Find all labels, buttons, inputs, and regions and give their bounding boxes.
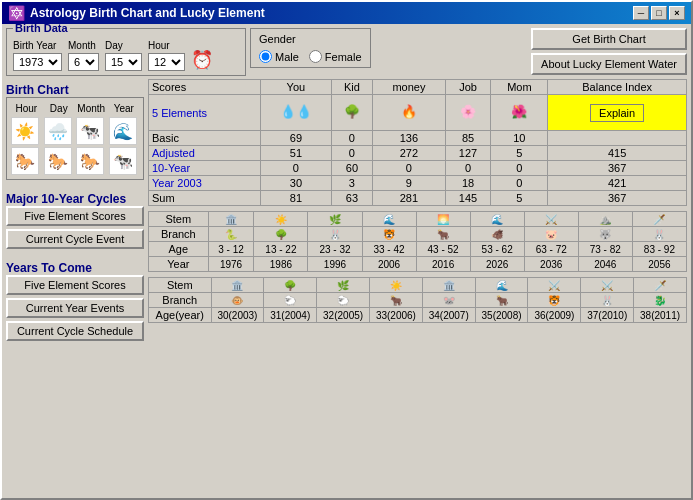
male-radio[interactable] [259,50,272,63]
bbranch-3: 🐑 [317,293,370,308]
sum-job: 145 [445,191,491,206]
basic-balance [548,131,687,146]
female-radio-label[interactable]: Female [309,50,362,63]
bbranch-5: 🐭 [422,293,475,308]
year-3: 1996 [308,257,362,272]
chart-top-row: ☀️ 🌧️ 🐄 🌊 [11,117,139,145]
year-label: Birth Year [13,40,62,51]
title-bar-left: 🔯 Astrology Birth Chart and Lucky Elemen… [8,5,265,21]
adj-you: 51 [261,146,332,161]
app-icon: 🔯 [8,5,25,21]
female-label: Female [325,51,362,63]
birth-data-group: Birth Data Birth Year 1973 Month 6 [6,28,246,76]
age-3: 23 - 32 [308,242,362,257]
title-buttons: ─ □ × [633,6,685,20]
sum-row: Sum 81 63 281 145 5 367 [149,191,687,206]
bstem-7: ⚔️ [528,278,581,293]
bstem-4: ☀️ [370,278,423,293]
male-radio-label[interactable]: Male [259,50,299,63]
hour-label: Hour [148,40,185,51]
age-5: 43 - 52 [416,242,470,257]
age-1: 3 - 12 [208,242,254,257]
icon-mom: 🌺 [491,95,548,131]
chart-header-row: Hour Day Month Year [11,102,139,115]
sum-kid: 63 [331,191,373,206]
close-button[interactable]: × [669,6,685,20]
age-7: 63 - 72 [524,242,578,257]
row-label-tenyear: 10-Year [149,161,261,176]
chart-cell-year-bot: 🐄 [109,147,137,175]
basic-money: 136 [373,131,445,146]
right-panel: Scores You Kid money Job Mom Balance Ind… [148,79,687,494]
five-element-scores-btn-2[interactable]: Five Element Scores [6,275,144,295]
chart-cell-day-bot: 🐎 [44,147,72,175]
adjusted-row: Adjusted 51 0 272 127 5 415 [149,146,687,161]
top-row: Birth Data Birth Year 1973 Month 6 [6,28,687,76]
bay-1: 30(2003) [211,308,264,323]
basic-kid: 0 [331,131,373,146]
sum-you: 81 [261,191,332,206]
stem-3: 🌿 [308,212,362,227]
explain-button[interactable]: Explain [590,104,644,122]
birth-chart-box: Hour Day Month Year ☀️ 🌧️ 🐄 🌊 🐎 [6,97,144,180]
y03-job: 18 [445,176,491,191]
left-panel: Birth Chart Hour Day Month Year ☀️ 🌧️ 🐄 [6,79,144,494]
birth-year-select[interactable]: 1973 [13,53,62,71]
ageyear-row-bot: Age(year) 30(2003) 31(2004) 32(2005) 33(… [149,308,687,323]
bstem-9: 🗡️ [634,278,687,293]
age-4: 33 - 42 [362,242,416,257]
bbranch-9: 🐉 [634,293,687,308]
adj-money: 272 [373,146,445,161]
icon-kid: 🌳 [331,95,373,131]
y03-mom: 0 [491,176,548,191]
current-year-events-btn[interactable]: Current Year Events [6,298,144,318]
chart-hour-header: Hour [11,102,42,115]
age-9: 83 - 92 [632,242,686,257]
year-5: 2016 [416,257,470,272]
scores-header-0: Scores [149,80,261,95]
scores-header-mom: Mom [491,80,548,95]
get-birth-chart-button[interactable]: Get Birth Chart [531,28,687,50]
scores-table: Scores You Kid money Job Mom Balance Ind… [148,79,687,206]
bay-5: 34(2007) [422,308,475,323]
main-window: 🔯 Astrology Birth Chart and Lucky Elemen… [0,0,693,500]
age-label-top: Age [149,242,209,257]
bstem-6: 🌊 [475,278,528,293]
bay-9: 38(2011) [634,308,687,323]
maximize-button[interactable]: □ [651,6,667,20]
basic-job: 85 [445,131,491,146]
about-button[interactable]: About Lucky Element Water [531,53,687,75]
gender-label: Gender [259,33,362,45]
year-2: 1986 [254,257,308,272]
birth-chart-section: Birth Chart Hour Day Month Year ☀️ 🌧️ 🐄 [6,79,144,180]
female-radio[interactable] [309,50,322,63]
branch-label-top: Branch [149,227,209,242]
tenyear-row: 10-Year 0 60 0 0 0 367 [149,161,687,176]
five-elements-row: 5 Elements 💧💧 🌳 🔥 🌸 🌺 Explain [149,95,687,131]
birth-hour-select[interactable]: 12 [148,53,185,71]
ten-money: 0 [373,161,445,176]
chart-year-header: Year [109,102,140,115]
cycles-top-table: Stem 🏛️ ☀️ 🌿 🌊 🌅 🌊 ⚔️ ⛰️ 🗡️ [148,211,687,272]
birth-day-select[interactable]: 15 [105,53,142,71]
basic-row: Basic 69 0 136 85 10 [149,131,687,146]
bay-2: 31(2004) [264,308,317,323]
minimize-button[interactable]: ─ [633,6,649,20]
bbranch-4: 🐂 [370,293,423,308]
y03-you: 30 [261,176,332,191]
birth-month-select[interactable]: 6 [68,53,99,71]
chart-month-header: Month [76,102,107,115]
male-label: Male [275,51,299,63]
stem-label-top: Stem [149,212,209,227]
five-element-scores-btn-1[interactable]: Five Element Scores [6,206,144,226]
chart-cell-year-top: 🌊 [109,117,137,145]
current-cycle-event-btn[interactable]: Current Cycle Event [6,229,144,249]
bbranch-6: 🐂 [475,293,528,308]
stem-2: ☀️ [254,212,308,227]
current-cycle-schedule-btn[interactable]: Current Cycle Schedule [6,321,144,341]
age-2: 13 - 22 [254,242,308,257]
chart-cell-month-top: 🐄 [76,117,104,145]
branch-5: 🐂 [416,227,470,242]
scores-header-job: Job [445,80,491,95]
year-6: 2026 [470,257,524,272]
